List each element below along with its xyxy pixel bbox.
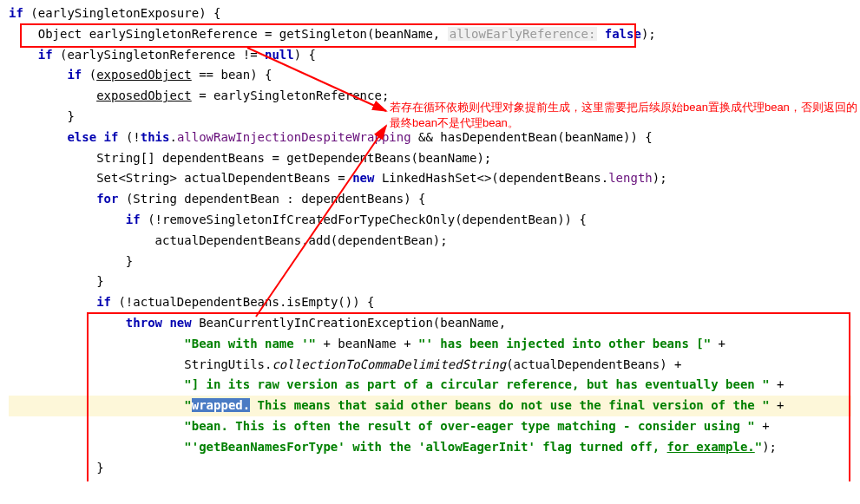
code-text: (earlySingletonReference != [53,48,265,62]
boolean-false: false [605,27,641,41]
indent [9,213,126,226]
field-exposedObject: exposedObject [96,68,192,82]
indent [9,337,184,350]
string-literal: "' has been injected into other beans [" [418,337,711,350]
static-method: collectionToCommaDelimitedString [272,357,506,371]
code-line-1: if (earlySingletonExposure) { [9,3,851,24]
indent [9,295,96,309]
code-line-21: "bean. This is often the result of over-… [9,416,851,437]
code-line-13: } [9,252,851,272]
code-line-22: "'getBeanNamesForType' with the 'allowEa… [9,437,851,458]
keyword-for: for [96,192,118,206]
code-text: BeanCurrentlyInCreationException(beanNam… [192,316,506,330]
code-text: + beanName + [316,337,418,350]
indent [9,377,184,391]
indent [9,419,184,433]
code-line-9: Set<String> actualDependentBeans = new L… [9,168,851,189]
code-text: = earlySingletonReference; [192,88,390,102]
code-text: + [755,419,770,433]
code-line-14: } [9,272,851,292]
annotation-comment: 若存在循环依赖则代理对象提前生成，这里需要把后续原始bean置换成代理bean，… [390,100,858,131]
code-text: Set<String> actualDependentBeans = [9,171,352,185]
code-text: ) { [294,48,316,62]
keyword-new: new [352,171,374,185]
keyword-if: if [67,68,82,82]
indent [9,48,38,62]
field-length: length [608,171,653,185]
string-literal: This means that said other beans do not … [250,398,769,412]
code-text: StringUtils. [9,357,272,371]
keyword-if: if [38,48,53,62]
code-text: + [711,337,725,350]
code-text: (earlySingletonExposure) { [23,6,221,20]
code-line-23: } [9,458,851,479]
string-literal: "] in its raw version as part of a circu… [184,377,769,391]
code-text: (String dependentBean : dependentBeans) … [118,192,425,206]
string-literal: "Bean with name '" [184,337,316,350]
code-line-3: if (earlySingletonReference != null) { [9,45,851,66]
indent [9,88,96,102]
string-literal: "bean. This is often the result of over-… [184,419,754,433]
code-text: == bean) { [192,68,272,82]
indent [9,398,184,412]
indent [9,130,67,144]
code-text: + [770,398,785,412]
code-line-16: throw new BeanCurrentlyInCreationExcepti… [9,313,851,334]
code-line-8: String[] dependentBeans = getDependentBe… [9,148,851,169]
selected-text: wrapped. [192,398,250,412]
code-line-12: actualDependentBeans.add(dependentBean); [9,231,851,252]
code-text: ); [762,440,777,454]
code-line-10: for (String dependentBean : dependentBea… [9,189,851,210]
code-text: ); [641,27,656,41]
indent [9,68,67,82]
indent [9,440,184,454]
code-line-11: if (!removeSingletonIfCreatedForTypeChec… [9,210,851,231]
code-text: LinkedHashSet<>(dependentBeans. [374,171,608,185]
code-text: ); [653,171,667,185]
code-line-18: StringUtils.collectionToCommaDelimitedSt… [9,355,851,376]
string-literal: "'getBeanNamesForType' with the 'allowEa… [184,440,666,454]
param-hint: allowEarlyReference: [448,27,598,41]
code-line-19: "] in its raw version as part of a circu… [9,375,851,396]
keyword-this: this [141,130,170,144]
code-text: Object earlySingletonReference = getSing… [9,27,448,41]
code-text: (! [118,130,140,144]
keyword-throw-new: throw new [126,316,192,330]
code-line-4: if (exposedObject == bean) { [9,65,851,86]
indent [9,316,126,330]
code-text: (actualDependentBeans) + [506,357,681,371]
string-literal: " [755,440,762,454]
code-text: && hasDependentBean(beanName)) { [411,130,653,144]
code-line-20: "wrapped. This means that said other bea… [9,396,851,416]
code-line-15: if (!actualDependentBeans.isEmpty()) { [9,292,851,313]
keyword-null: null [265,48,294,62]
keyword-if: if [9,6,23,20]
field-allowRaw: allowRawInjectionDespiteWrapping [177,130,411,144]
string-literal: " [184,398,191,412]
code-line-2: Object earlySingletonReference = getSing… [9,24,851,45]
code-text: ( [82,68,96,82]
string-underline: for example. [667,440,755,454]
keyword-else-if: else if [67,130,118,144]
code-text: + [770,377,785,391]
code-text: . [169,130,176,144]
code-line-17: "Bean with name '" + beanName + "' has b… [9,334,851,355]
indent [9,192,96,206]
code-text: (!removeSingletonIfCreatedForTypeCheckOn… [141,213,587,226]
field-exposedObject: exposedObject [96,88,192,102]
keyword-if: if [96,295,111,309]
code-text: (!actualDependentBeans.isEmpty()) { [111,295,374,309]
code-text [597,27,604,41]
keyword-if: if [126,213,141,226]
